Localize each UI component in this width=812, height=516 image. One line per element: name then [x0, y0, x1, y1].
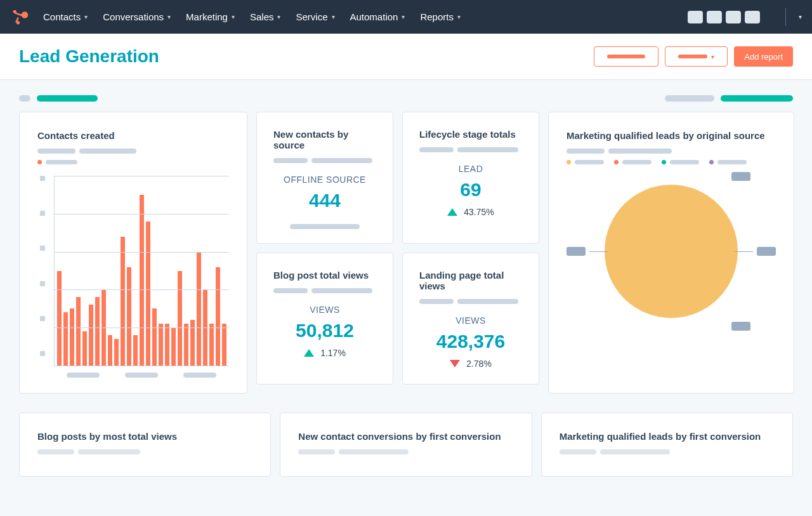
chevron-down-icon: ▾ — [277, 13, 280, 20]
top-navbar: Contacts▾Conversations▾Marketing▾Sales▾S… — [0, 0, 812, 34]
card-title: Contacts created — [37, 130, 229, 141]
bar — [159, 324, 163, 366]
topnav-button-4[interactable] — [745, 11, 760, 23]
trend-down-icon — [450, 360, 460, 367]
card-title: Marketing qualified leads by first conve… — [560, 431, 775, 442]
bar — [82, 331, 87, 366]
card-contact-conversions-first: New contact conversions by first convers… — [280, 413, 532, 477]
y-tick — [40, 351, 45, 356]
card-subtitle-ph — [311, 288, 372, 293]
bar — [190, 320, 195, 366]
bar — [209, 324, 214, 366]
bar — [146, 222, 150, 366]
card-subtitle-ph — [600, 449, 670, 454]
card-subtitle-ph — [419, 147, 454, 152]
card-subtitle-ph — [273, 158, 308, 163]
pie-slice-label — [757, 247, 776, 256]
legend-label-ph — [46, 160, 77, 164]
topnav-button-1[interactable] — [688, 11, 703, 23]
y-tick — [40, 246, 45, 251]
topnav-actions — [688, 11, 760, 23]
bar — [152, 308, 157, 366]
account-menu-chevron-icon[interactable]: ▾ — [799, 13, 802, 20]
bar — [216, 267, 220, 366]
trend-up-icon — [304, 349, 314, 357]
pie-slice-label — [566, 247, 586, 256]
bar — [89, 305, 93, 366]
dashboard-action-1[interactable] — [594, 46, 658, 67]
bar — [121, 237, 125, 366]
legend-dot-icon — [37, 160, 42, 164]
topnav-button-3[interactable] — [726, 11, 741, 23]
bar — [57, 271, 62, 366]
legend-label-ph — [622, 160, 652, 164]
card-title: New contacts by source — [273, 129, 376, 150]
card-subtitle-ph — [560, 449, 596, 454]
x-label-ph — [125, 373, 158, 378]
stat-value: 69 — [419, 179, 522, 201]
card-subtitle-ph — [273, 288, 308, 293]
bar — [114, 339, 119, 366]
filter-active[interactable] — [37, 95, 98, 102]
legend-item — [566, 160, 604, 164]
topnav-button-2[interactable] — [707, 11, 722, 23]
card-contacts-created: Contacts created — [19, 112, 247, 394]
nav-item-conversations[interactable]: Conversations▾ — [103, 11, 171, 22]
page-title: Lead Generation — [19, 46, 159, 67]
topnav-divider — [785, 8, 786, 26]
nav-item-sales[interactable]: Sales▾ — [250, 11, 281, 22]
card-subtitle-ph — [79, 149, 136, 154]
page-header: Lead Generation ▾ Add report — [0, 34, 812, 80]
dashboard-action-2[interactable]: ▾ — [665, 46, 728, 67]
card-subtitle-ph — [419, 299, 454, 304]
stat-value: 444 — [273, 190, 376, 211]
nav-item-reports[interactable]: Reports▾ — [420, 11, 461, 22]
legend-label-ph — [717, 160, 747, 164]
card-landing-page-views: Landing page total views VIEWS 428,376 2… — [402, 253, 539, 385]
bar — [95, 297, 100, 366]
toolbar-option-1[interactable] — [665, 95, 714, 102]
svg-rect-3 — [15, 12, 22, 17]
add-report-button[interactable]: Add report — [734, 46, 793, 67]
filter-icon[interactable] — [19, 95, 30, 102]
bar — [197, 252, 201, 366]
bar — [140, 195, 144, 366]
card-title: Lifecycle stage totals — [419, 129, 522, 140]
chevron-down-icon: ▾ — [232, 13, 235, 20]
hubspot-logo-icon[interactable] — [10, 7, 30, 27]
stat-label: OFFLINE SOURCE — [273, 175, 376, 185]
legend-dot-icon — [614, 160, 619, 164]
y-tick — [40, 316, 45, 321]
chevron-down-icon: ▾ — [332, 13, 335, 20]
card-title: Blog posts by most total views — [37, 431, 252, 442]
nav-item-marketing[interactable]: Marketing▾ — [186, 11, 235, 22]
legend-item — [37, 160, 77, 164]
y-tick — [40, 281, 45, 286]
chevron-down-icon: ▾ — [84, 13, 88, 20]
stat-label: LEAD — [419, 164, 522, 174]
bar — [127, 267, 131, 366]
y-tick — [40, 176, 45, 181]
card-lifecycle-stage: Lifecycle stage totals LEAD 69 43.75% — [402, 112, 539, 244]
pie-slice-label — [731, 322, 750, 331]
card-subtitle-ph — [78, 449, 140, 454]
chevron-down-icon: ▾ — [402, 13, 405, 20]
chevron-down-icon: ▾ — [167, 13, 171, 20]
stat-delta: 1.17% — [320, 348, 346, 358]
legend-item — [662, 160, 699, 164]
card-subtitle-ph — [339, 449, 409, 454]
card-blog-posts-by-views: Blog posts by most total views — [19, 413, 271, 477]
nav-item-automation[interactable]: Automation▾ — [350, 11, 405, 22]
legend-item — [709, 160, 747, 164]
pie-slice-label — [731, 172, 750, 181]
nav-item-service[interactable]: Service▾ — [296, 11, 334, 22]
nav-item-contacts[interactable]: Contacts▾ — [43, 11, 88, 22]
bar — [178, 271, 182, 366]
stat-footer-ph — [290, 224, 360, 229]
trend-up-icon — [447, 208, 457, 216]
x-label-ph — [67, 373, 100, 378]
card-mql-by-first-conversion: Marketing qualified leads by first conve… — [541, 413, 793, 477]
toolbar-option-2[interactable] — [721, 95, 793, 102]
stat-label: VIEWS — [273, 305, 376, 315]
stat-value: 428,376 — [419, 331, 522, 352]
